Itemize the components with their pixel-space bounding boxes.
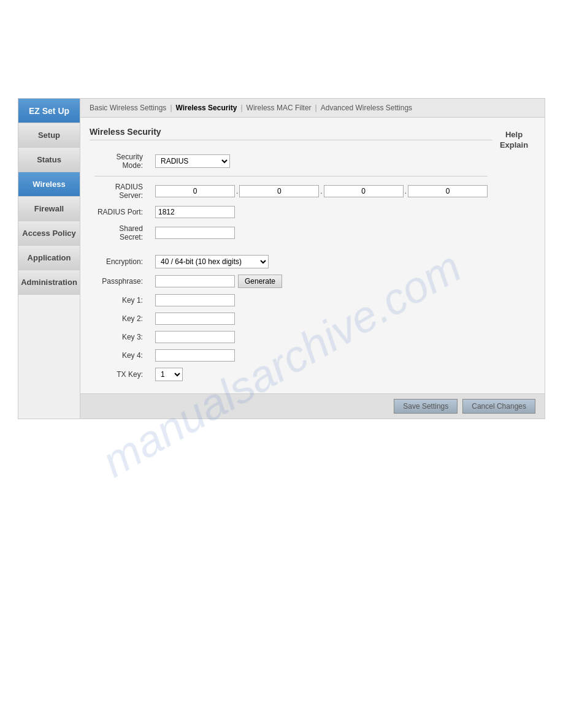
radius-port-input[interactable] <box>155 206 235 218</box>
sidebar-item-application[interactable]: Application <box>18 246 80 270</box>
sidebar-item-firewall[interactable]: Firewall <box>18 197 80 221</box>
key1-label: Key 1: <box>90 291 150 309</box>
key3-cell <box>150 328 492 346</box>
security-mode-select[interactable]: RADIUS Disabled WEP WPA Personal WPA2 Pe… <box>155 154 230 168</box>
key2-row: Key 2: <box>90 309 492 328</box>
key4-row: Key 4: <box>90 346 492 365</box>
key3-label: Key 3: <box>90 328 150 346</box>
sidebar-item-administration[interactable]: Administration <box>18 270 80 295</box>
passphrase-label: Passphrase: <box>90 271 150 291</box>
key3-row: Key 3: <box>90 328 492 346</box>
radius-dot-1: . <box>236 187 238 195</box>
radius-port-label: RADIUS Port: <box>90 203 150 221</box>
tx-key-select[interactable]: 1 2 3 4 <box>155 368 183 381</box>
form-section: Wireless Security Security Mode: RADIUS … <box>90 127 492 384</box>
divider-row-1 <box>90 173 492 180</box>
encryption-row: Encryption: 40 / 64-bit (10 hex digits) … <box>90 252 492 271</box>
sidebar-item-access-policy[interactable]: Access Policy <box>18 221 80 246</box>
radius-server-cell: . . . <box>150 180 492 203</box>
sidebar-item-ez-setup[interactable]: EZ Set Up <box>18 99 80 123</box>
key2-cell <box>150 309 492 328</box>
passphrase-cell: Generate <box>150 271 492 291</box>
radius-server-label: RADIUS Server: <box>90 180 150 203</box>
tx-key-cell: 1 2 3 4 <box>150 365 492 384</box>
security-mode-cell: RADIUS Disabled WEP WPA Personal WPA2 Pe… <box>150 150 492 173</box>
encryption-select[interactable]: 40 / 64-bit (10 hex digits) 104 / 128-bi… <box>155 255 269 268</box>
radius-octet-1[interactable] <box>155 185 235 197</box>
key1-row: Key 1: <box>90 291 492 309</box>
key4-label: Key 4: <box>90 346 150 365</box>
key2-input[interactable] <box>155 313 235 325</box>
bottom-bar: Save Settings Cancel Changes <box>80 393 545 419</box>
tab-basic-wireless[interactable]: Basic Wireless Settings <box>90 104 166 112</box>
key4-input[interactable] <box>155 349 235 362</box>
key1-cell <box>150 291 492 309</box>
save-settings-button[interactable]: Save Settings <box>394 399 458 414</box>
radius-octet-3[interactable] <box>324 185 404 197</box>
generate-button[interactable]: Generate <box>238 275 282 288</box>
radius-dot-3: . <box>405 187 407 195</box>
key2-label: Key 2: <box>90 309 150 328</box>
shared-secret-cell <box>150 221 492 245</box>
shared-secret-row: Shared Secret: <box>90 221 492 245</box>
help-explain-text: HelpExplain <box>492 130 535 151</box>
sidebar-item-status[interactable]: Status <box>18 148 80 172</box>
encryption-cell: 40 / 64-bit (10 hex digits) 104 / 128-bi… <box>150 252 492 271</box>
tab-advanced-wireless[interactable]: Advanced Wireless Settings <box>321 104 412 112</box>
encryption-label: Encryption: <box>90 252 150 271</box>
tx-key-row: TX Key: 1 2 3 4 <box>90 365 492 384</box>
form-table: Security Mode: RADIUS Disabled WEP WPA P… <box>90 150 492 384</box>
tab-wireless-mac-filter[interactable]: Wireless MAC Filter <box>247 104 312 112</box>
radius-port-row: RADIUS Port: <box>90 203 492 221</box>
sidebar-item-wireless[interactable]: Wireless <box>18 172 80 197</box>
passphrase-input[interactable] <box>155 275 235 287</box>
tx-key-label: TX Key: <box>90 365 150 384</box>
key4-cell <box>150 346 492 365</box>
radius-octet-4[interactable] <box>408 185 488 197</box>
key1-input[interactable] <box>155 294 235 306</box>
main-content: Basic Wireless Settings | Wireless Secur… <box>80 99 545 419</box>
router-ui: EZ Set Up Setup Status Wireless Firewall… <box>18 98 545 419</box>
spacer-row <box>90 245 492 252</box>
shared-secret-input[interactable] <box>155 227 235 239</box>
top-nav: Basic Wireless Settings | Wireless Secur… <box>80 99 545 118</box>
security-mode-row: Security Mode: RADIUS Disabled WEP WPA P… <box>90 150 492 173</box>
sidebar: EZ Set Up Setup Status Wireless Firewall… <box>18 99 80 419</box>
key3-input[interactable] <box>155 331 235 343</box>
nav-separator-2: | <box>240 104 242 112</box>
radius-octet-2[interactable] <box>239 185 319 197</box>
passphrase-row: Passphrase: Generate <box>90 271 492 291</box>
tab-wireless-security[interactable]: Wireless Security <box>176 104 237 112</box>
nav-separator-3: | <box>315 104 317 112</box>
help-section: HelpExplain <box>492 127 535 384</box>
section-title: Wireless Security <box>90 127 492 140</box>
radius-dot-2: . <box>320 187 322 195</box>
sidebar-item-setup[interactable]: Setup <box>18 123 80 148</box>
radius-port-cell <box>150 203 492 221</box>
radius-server-row: RADIUS Server: . . . <box>90 180 492 203</box>
cancel-changes-button[interactable]: Cancel Changes <box>462 399 535 414</box>
nav-separator-1: | <box>170 104 172 112</box>
security-mode-label: Security Mode: <box>90 150 150 173</box>
content-body: Wireless Security Security Mode: RADIUS … <box>80 118 545 393</box>
shared-secret-label: Shared Secret: <box>90 221 150 245</box>
